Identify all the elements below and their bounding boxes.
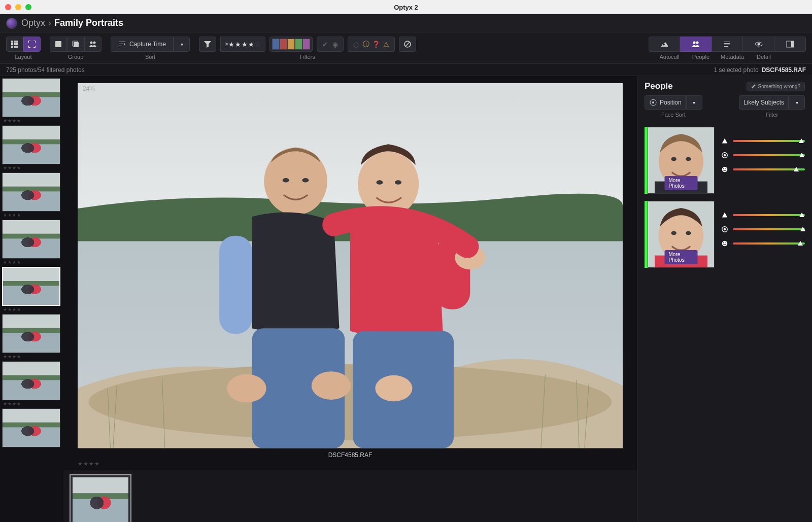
- metric-slider[interactable]: [733, 154, 805, 156]
- thumbnail[interactable]: [2, 361, 60, 400]
- color-swatch[interactable]: [302, 39, 310, 50]
- fullscreen-window-icon[interactable]: [25, 4, 31, 10]
- window-title: Optyx 2: [394, 4, 418, 11]
- metric-slider[interactable]: [733, 140, 805, 142]
- face-sort-dropdown[interactable]: Position: [645, 95, 686, 110]
- filmstrip[interactable]: ★★★★: [63, 470, 637, 522]
- group-stack-button[interactable]: [67, 37, 84, 52]
- slider-handle[interactable]: [800, 227, 805, 231]
- metric-slider[interactable]: [733, 242, 805, 245]
- star-icon: ★: [242, 41, 248, 48]
- metric-slider[interactable]: [733, 168, 805, 170]
- autocull-label: Autocull: [654, 54, 685, 60]
- tab-people[interactable]: [680, 37, 712, 52]
- svg-point-24: [88, 364, 612, 440]
- thumbnail[interactable]: [2, 78, 60, 117]
- color-swatch[interactable]: [272, 39, 280, 50]
- main-photo[interactable]: [78, 83, 623, 448]
- layout-focus-button[interactable]: [23, 37, 41, 52]
- filter-funnel-button[interactable]: [199, 37, 216, 52]
- rating-filter-button[interactable]: ≥ ★★★★☆: [220, 37, 265, 52]
- svg-rect-8: [16, 46, 18, 48]
- close-window-icon[interactable]: [5, 4, 11, 10]
- chevron-down-icon: ▾: [796, 100, 798, 106]
- thumbnail[interactable]: [2, 408, 60, 447]
- group-single-button[interactable]: [50, 37, 67, 52]
- tab-panel-toggle[interactable]: [774, 37, 806, 52]
- detail-label: Detail: [748, 54, 780, 60]
- layout-grid-button[interactable]: [6, 37, 23, 52]
- tab-metadata[interactable]: [712, 37, 743, 52]
- breadcrumb-project[interactable]: Family Portraits: [54, 18, 123, 28]
- metric-slider[interactable]: [733, 228, 805, 230]
- more-photos-button[interactable]: More Photos: [665, 250, 698, 264]
- svg-point-40: [395, 180, 401, 185]
- svg-point-66: [725, 242, 726, 243]
- viewer-area: 24%: [63, 76, 637, 522]
- metric-row: [721, 151, 805, 159]
- warning-icon[interactable]: ⚠: [383, 41, 390, 48]
- color-swatch[interactable]: [287, 39, 295, 50]
- slider-handle[interactable]: [794, 167, 799, 171]
- slider-handle[interactable]: [799, 153, 804, 157]
- tab-autocull[interactable]: [649, 37, 680, 52]
- face-thumbnail[interactable]: More Photos: [648, 201, 715, 268]
- svg-rect-5: [16, 43, 18, 45]
- metadata-label: Metadata: [717, 54, 748, 60]
- thumbnail[interactable]: [2, 314, 60, 353]
- thumbnail[interactable]: [2, 125, 60, 164]
- face-sort-label: Face Sort: [661, 112, 686, 118]
- people-filter-caret[interactable]: ▾: [789, 95, 805, 110]
- thumbnail-stars: ★★★★: [2, 401, 61, 406]
- slider-handle[interactable]: [798, 241, 803, 246]
- svg-point-44: [375, 375, 412, 402]
- face-thumbnail[interactable]: More Photos: [648, 127, 715, 194]
- main-toolbar: Layout Group Capture Time ▾ Sort ≥: [0, 32, 812, 64]
- check-circle-icon[interactable]: ✔: [321, 41, 329, 48]
- face-card: More Photos: [645, 127, 805, 194]
- viewer-filename: DSCF4585.RAF: [63, 450, 637, 461]
- group-people-button[interactable]: [84, 37, 101, 52]
- star-outline-icon: ☆: [255, 41, 261, 48]
- color-swatch[interactable]: [295, 39, 302, 50]
- reject-filter-button[interactable]: [399, 37, 416, 52]
- thumbnail-stars: ★★★★: [2, 260, 61, 265]
- thumbnail[interactable]: [2, 172, 60, 212]
- group-group: Group: [50, 37, 101, 60]
- info-icon[interactable]: ⓘ: [362, 41, 370, 48]
- tab-detail[interactable]: [743, 37, 774, 52]
- thumbnail[interactable]: [2, 267, 60, 306]
- minimize-window-icon[interactable]: [15, 4, 21, 10]
- breadcrumb-separator: ›: [48, 18, 51, 28]
- people-label: People: [685, 54, 717, 60]
- viewer-stars[interactable]: ★★★★: [63, 461, 637, 470]
- sort-caret-button[interactable]: ▾: [174, 37, 190, 52]
- star-icon: ★: [235, 41, 241, 48]
- loading-icon[interactable]: ◌: [352, 41, 360, 48]
- svg-rect-6: [11, 46, 13, 48]
- thumbnail-stars: ★★★★: [2, 307, 61, 312]
- more-photos-button[interactable]: More Photos: [665, 176, 698, 190]
- thumbnail[interactable]: [2, 220, 60, 259]
- slider-handle[interactable]: [799, 138, 804, 143]
- svg-rect-21: [791, 41, 794, 47]
- people-panel: People Something wrong? Position ▾ Face …: [637, 76, 812, 522]
- something-wrong-label: Something wrong?: [758, 84, 800, 89]
- dot-circle-icon[interactable]: ◉: [331, 41, 339, 48]
- triangle-up-icon: [721, 211, 729, 219]
- group-label: Group: [68, 54, 84, 60]
- svg-rect-0: [11, 41, 13, 43]
- face-sort-caret[interactable]: ▾: [686, 95, 702, 110]
- slider-handle[interactable]: [799, 213, 804, 217]
- sort-dropdown[interactable]: Capture Time: [111, 37, 174, 52]
- breadcrumb-app[interactable]: Optyx: [21, 18, 45, 28]
- thumbnail-strip[interactable]: ★★★★★★★★★★★★★★★★★★★★★★★★★★★★: [0, 76, 63, 522]
- metric-slider[interactable]: [733, 214, 805, 216]
- people-filter-dropdown[interactable]: Likely Subjects: [739, 95, 789, 110]
- question-icon[interactable]: ❓: [373, 41, 380, 48]
- svg-point-46: [652, 101, 654, 103]
- color-swatch[interactable]: [280, 39, 287, 50]
- svg-point-37: [312, 371, 351, 400]
- something-wrong-button[interactable]: Something wrong?: [747, 82, 805, 91]
- filmstrip-thumb[interactable]: ★★★★: [70, 474, 131, 522]
